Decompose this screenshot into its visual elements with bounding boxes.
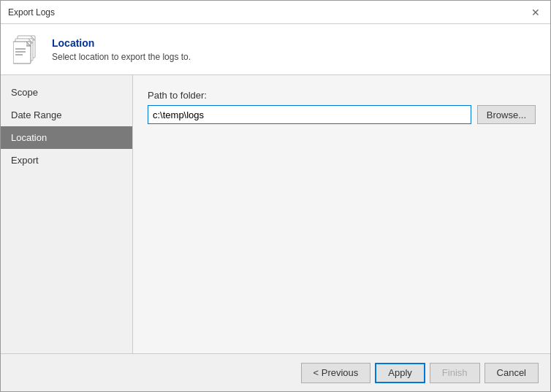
path-row: Browse... (148, 105, 536, 124)
title-bar: Export Logs ✕ (1, 1, 550, 24)
location-icon (12, 32, 42, 67)
main-area: Scope Date Range Location Export Path to… (1, 75, 550, 353)
close-button[interactable]: ✕ (528, 5, 543, 20)
header-subtitle: Select location to export the logs to. (52, 52, 191, 62)
browse-button[interactable]: Browse... (477, 105, 536, 124)
sidebar-item-export[interactable]: Export (1, 149, 132, 172)
header-title: Location (52, 37, 191, 49)
previous-button[interactable]: < Previous (301, 363, 371, 383)
content-area: Path to folder: Browse... (133, 75, 550, 353)
export-logs-dialog: Export Logs ✕ (0, 0, 551, 392)
dialog-title: Export Logs (8, 7, 55, 18)
sidebar-item-date-range[interactable]: Date Range (1, 104, 132, 126)
sidebar-item-scope[interactable]: Scope (1, 81, 132, 104)
path-input[interactable] (148, 105, 471, 124)
cancel-button[interactable]: Cancel (484, 363, 539, 383)
path-label: Path to folder: (148, 90, 536, 101)
sidebar: Scope Date Range Location Export (1, 75, 133, 353)
header-area: Location Select location to export the l… (1, 24, 550, 75)
footer: < Previous Apply Finish Cancel (1, 353, 550, 391)
finish-button[interactable]: Finish (430, 363, 480, 383)
header-text: Location Select location to export the l… (52, 37, 191, 62)
sidebar-item-location[interactable]: Location (1, 126, 132, 149)
apply-button[interactable]: Apply (375, 363, 425, 383)
